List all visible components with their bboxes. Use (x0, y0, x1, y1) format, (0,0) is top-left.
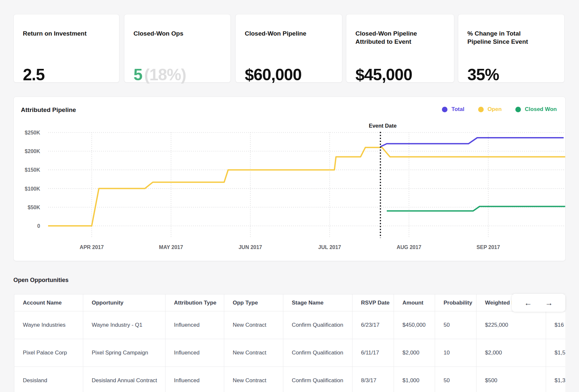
column-header: Opportunity (83, 294, 165, 311)
table-pager: ← → (512, 294, 565, 312)
column-header: Stage Name (283, 294, 352, 311)
y-axis-label: $250K (25, 130, 40, 135)
kpi-title: Closed-Won Ops (133, 29, 183, 38)
table-cell: Influenced (165, 339, 224, 367)
x-axis-label: JUN 2017 (239, 244, 262, 250)
y-axis-label: $100K (25, 186, 40, 192)
kpi-title: Closed-Won Pipeline (245, 29, 306, 38)
opportunities-table: Account NameOpportunityAttribution TypeO… (14, 294, 565, 392)
kpi-card-roi: Return on Investment 2.5 (13, 14, 119, 83)
table-cell: 10 (435, 339, 477, 367)
table-cell: New Contract (224, 367, 283, 392)
table-cell: $500 (477, 367, 546, 392)
table-cell: $225,000 (477, 311, 546, 339)
next-page-arrow-icon[interactable]: → (545, 299, 553, 307)
x-axis-label: JUL 2017 (318, 244, 341, 250)
table-cell: $1,000 (394, 367, 435, 392)
kpi-value: $45,000 (355, 65, 414, 84)
kpi-title: % Change in Total Pipeline Since Event (467, 29, 536, 46)
attributed-pipeline-chart: $250K$200K$150K$100K$50K0APR 2017MAY 201… (14, 97, 566, 261)
kpi-card-pct-change: % Change in Total Pipeline Since Event 3… (458, 14, 565, 83)
table-cell: 50 (435, 367, 477, 392)
y-axis-label: $50K (28, 205, 40, 210)
event-date-label: Event Date (369, 123, 397, 129)
kpi-value: $60,000 (245, 65, 304, 84)
y-axis-label: 0 (37, 223, 40, 229)
table-cell: $16 (546, 311, 566, 339)
x-axis-label: AUG 2017 (397, 244, 421, 250)
kpi-title: Closed-Won Pipeline Attributed to Event (355, 29, 424, 46)
table-cell: Confirm Qualification (283, 311, 352, 339)
table-cell: Desisland (14, 367, 83, 392)
kpi-card-closed-won-ops: Closed-Won Ops 5(18%) (124, 14, 231, 83)
column-header: Opp Type (224, 294, 283, 311)
kpi-value: 5(18%) (133, 65, 186, 84)
kpi-value: 2.5 (23, 65, 47, 84)
table-cell: New Contract (224, 339, 283, 367)
table-cell: 8/3/17 (352, 367, 394, 392)
series-line-total (381, 138, 564, 147)
table-cell: 6/23/17 (352, 311, 394, 339)
table-cell: 50 (435, 311, 477, 339)
table-cell: Influenced (165, 367, 224, 392)
table-cell: Wayne Industry - Q1 (83, 311, 165, 339)
table-cell: $2,000 (394, 339, 435, 367)
column-header: Attribution Type (165, 294, 224, 311)
kpi-title: Return on Investment (23, 29, 86, 38)
table-cell: Influenced (165, 311, 224, 339)
x-axis-label: MAY 2017 (159, 244, 183, 250)
column-header: RSVP Date (352, 294, 394, 311)
series-line-open (48, 148, 565, 226)
table-cell: Pixel Spring Campaign (83, 339, 165, 367)
table-cell: 6/11/17 (352, 339, 394, 367)
kpi-value: 35% (467, 65, 501, 84)
table-row[interactable]: Pixel Palace CorpPixel Spring CampaignIn… (14, 339, 566, 367)
column-header: Account Name (14, 294, 83, 311)
table-cell: Wayne Industries (14, 311, 83, 339)
table-cell: Confirm Qualification (283, 339, 352, 367)
dashboard: { "kpi_cards": [ {"title": "Return on In… (0, 0, 579, 392)
table-cell: $2,000 (477, 339, 546, 367)
table-row[interactable]: Wayne IndustriesWayne Industry - Q1Influ… (14, 311, 566, 339)
previous-page-arrow-icon[interactable]: ← (524, 299, 532, 307)
table-cell: Desisland Annual Contract (83, 367, 165, 392)
column-header: Probability (435, 294, 477, 311)
y-axis-label: $150K (25, 167, 40, 173)
table-header-row: Account NameOpportunityAttribution TypeO… (14, 294, 566, 311)
kpi-card-closed-won-pipeline: Closed-Won Pipeline $60,000 (235, 14, 342, 83)
table-cell: New Contract (224, 311, 283, 339)
table-cell: Pixel Palace Corp (14, 339, 83, 367)
table-cell: $450,000 (394, 311, 435, 339)
table-cell: $1,3 (546, 367, 566, 392)
x-axis-label: SEP 2017 (477, 244, 500, 250)
table-cell: Confirm Qualification (283, 367, 352, 392)
y-axis-label: $200K (25, 149, 40, 154)
section-title-open-opportunities: Open Opportunities (13, 277, 69, 284)
table-row[interactable]: DesislandDesisland Annual ContractInflue… (14, 367, 566, 392)
kpi-card-pipeline-attributed: Closed-Won Pipeline Attributed to Event … (346, 14, 454, 83)
column-header: Amount (394, 294, 435, 311)
table-cell: $1,5 (546, 339, 566, 367)
opportunities-table-container[interactable]: Account NameOpportunityAttribution TypeO… (14, 294, 565, 392)
x-axis-label: APR 2017 (80, 244, 104, 250)
attributed-pipeline-card: Attributed Pipeline TotalOpenClosed Won … (13, 97, 566, 261)
